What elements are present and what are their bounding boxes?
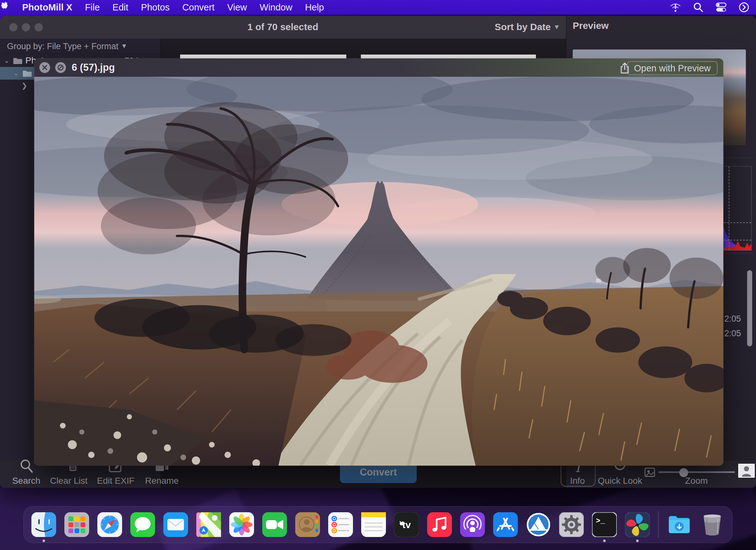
zoom-window-button[interactable] [35, 23, 43, 31]
zoom-label: Zoom [677, 476, 715, 486]
dock-facetime-icon[interactable] [262, 512, 287, 537]
dock-mail-icon[interactable] [163, 512, 188, 537]
sort-by-button[interactable]: Sort by Date ▼ [491, 22, 564, 32]
wifi-warning-icon[interactable] [670, 2, 681, 13]
dock-music-icon[interactable] [427, 512, 452, 537]
svg-text:>_: >_ [596, 517, 605, 525]
control-center-icon[interactable] [715, 2, 727, 13]
dock-appletv-icon[interactable]: tv [394, 512, 419, 537]
group-by-control[interactable]: Group by: File Type + Format ▼ [0, 39, 160, 54]
menu-item-file[interactable]: File [85, 2, 100, 13]
quicklook-window: 6 (57).jpg Open with Preview [34, 58, 723, 466]
disclosure-open-icon[interactable]: ⌄ [2, 56, 11, 65]
folder-icon [13, 56, 23, 65]
clock-icon[interactable] [738, 2, 750, 13]
chevron-down-icon: ▼ [553, 23, 560, 30]
dock-contacts-icon[interactable] [295, 512, 320, 537]
user-switch-icon[interactable] [738, 464, 755, 478]
menu-app-name[interactable]: PhotoMill X [22, 2, 72, 13]
quicklook-filename: 6 (57).jpg [72, 62, 115, 73]
dock-notes-icon[interactable] [361, 512, 386, 537]
open-with-preview-button[interactable]: Open with Preview [627, 61, 718, 75]
dock-terminal-icon[interactable]: >_ [592, 512, 617, 537]
chevron-down-icon: ▼ [121, 42, 127, 49]
apple-logo-icon [0, 1, 9, 11]
photo-landscape [34, 77, 723, 466]
menu-item-help[interactable]: Help [305, 2, 324, 13]
dock-photomill-icon[interactable] [625, 512, 650, 537]
svg-text:tv: tv [402, 520, 411, 530]
menu-bar: PhotoMill X File Edit Photos Convert Vie… [0, 0, 756, 15]
dock-photos-icon[interactable] [229, 512, 254, 537]
metadata-value: 2:05 [724, 329, 741, 338]
dock-downloads-folder-icon[interactable] [667, 512, 692, 537]
dock-launchpad-icon[interactable] [64, 512, 89, 537]
dock-safari-icon[interactable] [97, 512, 122, 537]
dock-settings-icon[interactable] [559, 512, 584, 537]
spotlight-search-icon[interactable] [693, 2, 704, 13]
dock-messages-icon[interactable] [130, 512, 155, 537]
panel-scrollbar[interactable] [747, 270, 752, 346]
preview-panel-title: Preview [573, 20, 609, 31]
dock-reminders-icon[interactable] [328, 512, 353, 537]
dock-maps-icon[interactable] [196, 512, 221, 537]
dock-photomill-viewer-icon[interactable] [526, 512, 551, 537]
quicklook-blocked-button[interactable] [55, 62, 66, 73]
dock: tv [23, 506, 733, 543]
dock-podcasts-icon[interactable] [460, 512, 485, 537]
histogram-gridline [729, 167, 729, 250]
zoom-slider-track[interactable] [658, 471, 735, 473]
quicklook-header: 6 (57).jpg Open with Preview [34, 58, 723, 77]
close-window-button[interactable] [9, 23, 17, 31]
disclosure-closed-icon[interactable]: ❯ [20, 82, 29, 90]
selection-status: 1 of 70 selected [235, 22, 330, 32]
menu-item-convert[interactable]: Convert [182, 2, 215, 13]
dock-finder-icon[interactable] [31, 512, 56, 537]
metadata-value: 2:05 [724, 314, 741, 324]
quicklook-close-button[interactable] [39, 62, 50, 73]
minimize-window-button[interactable] [22, 23, 30, 31]
dock-divider [658, 511, 659, 538]
menu-item-view[interactable]: View [227, 2, 247, 13]
dock-appstore-icon[interactable] [493, 512, 518, 537]
menu-item-window[interactable]: Window [260, 2, 292, 13]
apple-menu[interactable] [0, 1, 9, 14]
menu-item-photos[interactable]: Photos [141, 2, 170, 13]
dock-trash-icon[interactable] [700, 512, 725, 537]
folder-icon [22, 69, 32, 77]
menu-item-edit[interactable]: Edit [113, 2, 128, 13]
search-icon [19, 458, 34, 474]
zoom-image-icon [644, 468, 655, 477]
disclosure-open-icon[interactable]: ⌄ [11, 69, 21, 77]
